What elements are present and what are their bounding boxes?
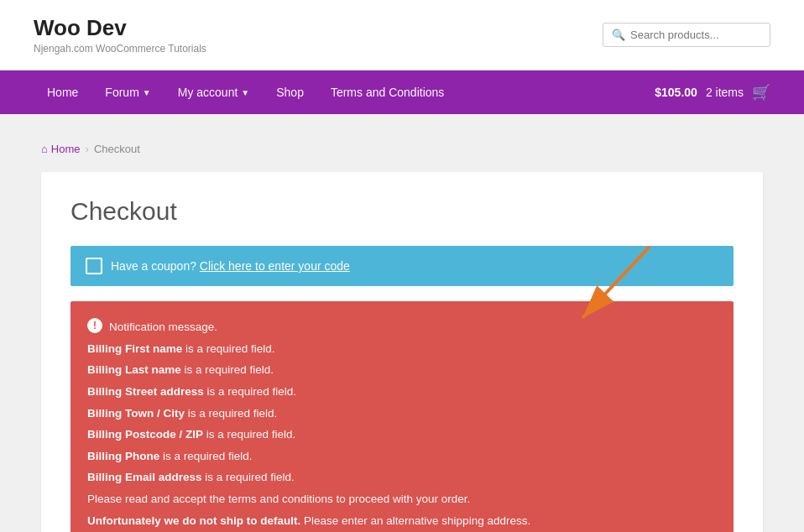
error-field-name: Billing Town / City: [87, 407, 185, 420]
breadcrumb-home-link[interactable]: ⌂ Home: [41, 143, 81, 155]
error-list-item: Please read and accept the terms and con…: [87, 488, 717, 510]
error-list-item: Billing Postcode / ZIP is a required fie…: [87, 424, 717, 446]
search-box[interactable]: 🔍: [603, 23, 770, 47]
checkout-title: Checkout: [70, 197, 734, 226]
nav-item-terms[interactable]: Terms and Conditions: [317, 70, 457, 114]
breadcrumb: ⌂ Home › Checkout: [41, 131, 763, 164]
nav-item-myaccount[interactable]: My account ▼: [164, 70, 264, 114]
nav-link-myaccount[interactable]: My account ▼: [164, 70, 264, 114]
cart-items-count: 2 items: [706, 86, 744, 99]
nav-link-home[interactable]: Home: [34, 70, 91, 114]
forum-dropdown-arrow: ▼: [143, 88, 151, 97]
site-title: Woo Dev: [34, 15, 206, 41]
coupon-icon: [86, 258, 102, 274]
error-heading: Notification message.: [109, 316, 217, 338]
site-header: Woo Dev Njengah.com WooCommerce Tutorial…: [0, 0, 804, 70]
error-field-name: Unfortunately we do not ship to default.: [87, 514, 300, 527]
cart-price: $105.00: [655, 86, 697, 99]
error-list-item: Billing Street address is a required fie…: [87, 381, 717, 403]
nav-link-terms[interactable]: Terms and Conditions: [317, 70, 457, 114]
error-list: ! Notification message. Billing First na…: [87, 316, 717, 531]
error-list-item: ! Notification message.: [87, 316, 717, 338]
myaccount-dropdown-arrow: ▼: [241, 88, 249, 97]
site-tagline: Njengah.com WooCommerce Tutorials: [34, 43, 206, 55]
cart-area[interactable]: $105.00 2 items 🛒: [655, 83, 770, 102]
error-field-name: Billing First name: [87, 342, 182, 355]
main-nav: Home Forum ▼ My account ▼ Shop Terms and…: [0, 70, 804, 114]
error-icon: !: [87, 318, 102, 333]
error-field-name: Billing Last name: [87, 363, 181, 376]
cart-icon[interactable]: 🛒: [752, 83, 770, 102]
search-icon: 🔍: [612, 29, 625, 41]
error-field-name: Billing Email address: [87, 471, 202, 483]
error-field-name: Billing Street address: [87, 385, 204, 398]
error-list-item: Billing Email address is a required fiel…: [87, 467, 717, 488]
nav-link-shop[interactable]: Shop: [263, 70, 317, 114]
nav-links: Home Forum ▼ My account ▼ Shop Terms and…: [34, 70, 457, 114]
main-content: ⌂ Home › Checkout Checkout Have a coupon…: [0, 114, 804, 532]
error-list-item: Billing Last name is a required field.: [87, 359, 717, 381]
nav-item-home[interactable]: Home: [34, 70, 91, 114]
content-wrapper: ⌂ Home › Checkout Checkout Have a coupon…: [24, 114, 780, 532]
coupon-link[interactable]: Click here to enter your code: [200, 259, 350, 273]
nav-item-forum[interactable]: Forum ▼: [91, 70, 164, 114]
checkout-container: Checkout Have a coupon? Click here to en…: [41, 172, 763, 532]
error-list-item: Billing First name is a required field.: [87, 338, 717, 360]
breadcrumb-current: Checkout: [94, 143, 140, 155]
error-list-item: Billing Phone is a required field.: [87, 446, 717, 467]
coupon-bar: Have a coupon? Click here to enter your …: [70, 246, 734, 286]
error-list-item: Billing Town / City is a required field.: [87, 403, 717, 425]
breadcrumb-separator: ›: [86, 143, 89, 155]
error-box: ! Notification message. Billing First na…: [70, 301, 734, 532]
nav-item-shop[interactable]: Shop: [263, 70, 317, 114]
search-input[interactable]: [630, 29, 761, 41]
error-field-name: Billing Postcode / ZIP: [87, 428, 203, 441]
coupon-text: Have a coupon? Click here to enter your …: [111, 259, 350, 273]
site-branding: Woo Dev Njengah.com WooCommerce Tutorial…: [34, 15, 206, 55]
home-icon: ⌂: [41, 143, 48, 155]
nav-link-forum[interactable]: Forum ▼: [91, 70, 164, 114]
error-field-name: Billing Phone: [87, 450, 159, 462]
error-list-item: Unfortunately we do not ship to default.…: [87, 510, 717, 532]
